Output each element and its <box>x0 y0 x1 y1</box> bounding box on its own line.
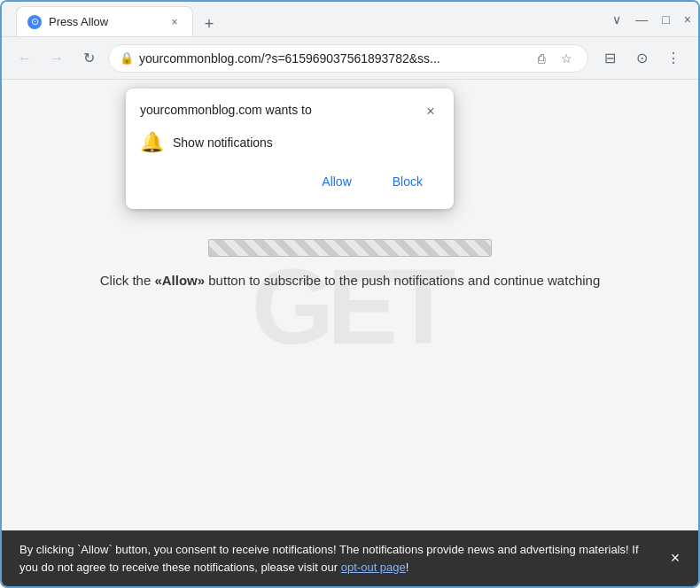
share-icon[interactable]: ⎙ <box>531 48 552 69</box>
profile-button[interactable]: ⊙ <box>627 44 656 73</box>
progress-bar <box>208 239 492 257</box>
tab-bar: ⊙ Press Allow × + <box>16 2 598 36</box>
dialog-body: 🔔 Show notifications <box>140 131 439 154</box>
menu-button[interactable]: ⋮ <box>659 44 688 73</box>
bell-icon: 🔔 <box>140 131 164 154</box>
address-bar: ← → ↻ 🔒 yourcommonblog.com/?s=6159690375… <box>2 37 698 80</box>
opt-out-link[interactable]: opt-out page <box>341 561 406 574</box>
extension-button[interactable]: ⊟ <box>595 44 624 73</box>
block-button[interactable]: Block <box>376 168 439 195</box>
dialog-actions: Allow Block <box>140 168 439 195</box>
toolbar-actions: ⊟ ⊙ ⋮ <box>595 44 688 73</box>
bookmark-icon[interactable]: ☆ <box>556 48 577 69</box>
dialog-close-button[interactable]: × <box>422 103 439 120</box>
tab-close-button[interactable]: × <box>167 15 182 29</box>
allow-button[interactable]: Allow <box>305 168 368 195</box>
tab-title: Press Allow <box>49 15 160 28</box>
dialog-header: yourcommonblog.com wants to × <box>140 103 439 120</box>
dialog-title: yourcommonblog.com wants to <box>140 103 312 117</box>
url-actions: ⎙ ☆ <box>531 48 577 69</box>
bottom-bar-close-button[interactable]: × <box>663 546 688 571</box>
permission-dialog: yourcommonblog.com wants to × 🔔 Show not… <box>126 89 454 209</box>
lock-icon: 🔒 <box>120 51 134 65</box>
url-bar[interactable]: 🔒 yourcommonblog.com/?s=6159690375618937… <box>108 44 588 73</box>
forward-button[interactable]: → <box>44 46 69 71</box>
bottom-bar-text-after: ! <box>406 561 409 574</box>
url-text: yourcommonblog.com/?s=615969037561893782… <box>139 51 525 66</box>
page-instruction: Click the «Allow» button to subscribe to… <box>82 271 618 291</box>
minimize-button[interactable]: — <box>635 12 648 27</box>
dialog-body-text: Show notifications <box>173 135 273 150</box>
reload-button[interactable]: ↻ <box>76 46 101 71</box>
title-bar: ⊙ Press Allow × + ∨ — □ × <box>2 2 698 37</box>
browser-window: ⊙ Press Allow × + ∨ — □ × ← → ↻ 🔒 yourco… <box>0 0 700 588</box>
back-button[interactable]: ← <box>12 46 37 71</box>
minimize-button[interactable]: ∨ <box>612 12 621 27</box>
bottom-bar-text-before: By clicking `Allow` button, you consent … <box>19 543 639 574</box>
close-button[interactable]: × <box>684 12 691 27</box>
tab-favicon: ⊙ <box>27 15 42 29</box>
maximize-button[interactable]: □ <box>662 12 669 27</box>
new-tab-button[interactable]: + <box>197 12 222 36</box>
active-tab[interactable]: ⊙ Press Allow × <box>16 6 193 36</box>
bottom-notification-bar: By clicking `Allow` button, you consent … <box>2 530 698 586</box>
window-controls-right: ∨ — □ × <box>612 12 691 27</box>
page-content: GET yourcommonblog.com wants to × 🔔 Show… <box>2 80 698 586</box>
